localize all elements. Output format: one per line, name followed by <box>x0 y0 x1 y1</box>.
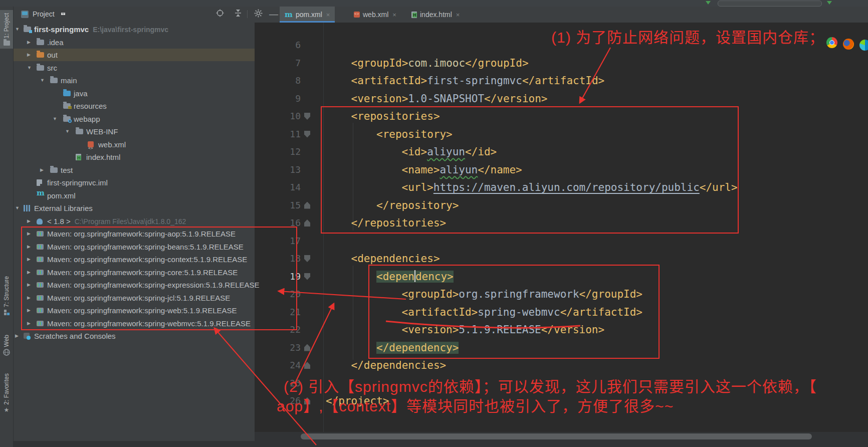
tree-item-label: Maven: org.springframework:spring-jcl:5.… <box>47 292 230 304</box>
fold-end-icon[interactable] <box>304 344 310 351</box>
tree-item-pom.xml[interactable]: pom.xml <box>13 189 255 202</box>
project-panel-title[interactable]: Project <box>33 10 55 18</box>
tree-item-maven-org.springframework-spring-web-5.1.9.release[interactable]: ▶Maven: org.springframework:spring-web:5… <box>13 304 255 317</box>
chevron-collapsed-icon[interactable]: ▶ <box>27 304 31 317</box>
folder-out-icon <box>37 52 44 58</box>
tab-index-html[interactable]: index.html × <box>406 7 465 23</box>
tree-item-maven-org.springframework-spring-jcl-5.1.9.release[interactable]: ▶Maven: org.springframework:spring-jcl:5… <box>13 292 255 304</box>
tree-item-web.xml[interactable]: web.xml <box>13 138 255 151</box>
chevron-collapsed-icon[interactable]: ▶ <box>27 266 31 279</box>
tab-label: pom.xml <box>296 11 322 19</box>
chevron-collapsed-icon[interactable]: ▶ <box>15 330 19 342</box>
chevron-collapsed-icon[interactable]: ▶ <box>27 292 31 304</box>
tree-item-maven-org.springframework-spring-context-5.1.9.release[interactable]: ▶Maven: org.springframework:spring-conte… <box>13 253 255 266</box>
folder-java-icon <box>63 91 71 96</box>
tree-item-maven-org.springframework-spring-core-5.1.9.release[interactable]: ▶Maven: org.springframework:spring-core:… <box>13 266 255 279</box>
code-segment-tag: <repositories> <box>351 110 440 122</box>
favorites-star-icon: ★ <box>4 407 10 413</box>
code-segment-tag: </name> <box>478 164 522 176</box>
tree-item-first-springmvc.iml[interactable]: first-springmvc.iml <box>13 176 255 189</box>
stripe-project-button[interactable]: 1: Project <box>0 10 13 49</box>
code-segment-val: 5.1.9.RELEASE <box>459 324 541 336</box>
fold-end-icon[interactable] <box>304 362 310 369</box>
horizontal-scrollbar-thumb[interactable] <box>301 433 812 439</box>
chevron-expanded-icon[interactable]: ▼ <box>53 113 57 125</box>
chevron-expanded-icon[interactable]: ▼ <box>27 62 32 74</box>
chevron-down-icon[interactable] <box>61 13 65 15</box>
hide-panel-icon[interactable]: — <box>269 9 279 19</box>
toolbar-search-field[interactable] <box>718 1 822 7</box>
tree-item-resources[interactable]: resources <box>13 100 255 112</box>
fold-start-icon[interactable] <box>304 255 310 262</box>
tab-label: index.html <box>420 11 452 19</box>
line-number: 13 <box>266 161 301 179</box>
chevron-collapsed-icon[interactable]: ▶ <box>27 49 31 61</box>
chevron-collapsed-icon[interactable]: ▶ <box>27 253 31 266</box>
fold-start-icon[interactable] <box>304 273 310 280</box>
line-number: 19 <box>266 268 301 286</box>
run-dropdown-icon[interactable] <box>706 1 711 5</box>
line-number: 16 <box>266 214 301 232</box>
chevron-collapsed-icon[interactable]: ▶ <box>27 36 31 49</box>
folder-res-icon <box>63 103 71 109</box>
tree-item-maven-org.springframework-spring-aop-5.1.9.release[interactable]: ▶Maven: org.springframework:spring-aop:5… <box>13 228 255 240</box>
tree-item-maven-org.springframework-spring-beans-5.1.9.release[interactable]: ▶Maven: org.springframework:spring-beans… <box>13 241 255 253</box>
chevron-expanded-icon[interactable]: ▼ <box>15 202 20 214</box>
tree-item-src[interactable]: ▼src <box>13 62 255 74</box>
tree-item-index.html[interactable]: index.html <box>13 151 255 163</box>
tree-item-test[interactable]: ▶test <box>13 164 255 176</box>
html-file-icon <box>411 12 417 18</box>
chevron-expanded-icon[interactable]: ▼ <box>15 23 20 36</box>
fold-end-icon[interactable] <box>304 202 310 209</box>
chevron-collapsed-icon[interactable]: ▶ <box>27 228 31 240</box>
tree-item-java[interactable]: java <box>13 87 255 100</box>
folder-icon <box>50 167 58 173</box>
top-toolbar-strip <box>0 0 868 7</box>
chevron-collapsed-icon[interactable]: ▶ <box>27 279 31 291</box>
collapse-all-icon[interactable] <box>233 9 243 19</box>
tree-item-first-springmvc[interactable]: ▼first-springmvcE:\java\first-springmvc <box>13 23 255 36</box>
tree-item-external-libraries[interactable]: ▼External Libraries <box>13 202 255 214</box>
tree-item-web-inf[interactable]: ▼WEB-INF <box>13 125 255 138</box>
tab-pom-xml[interactable]: m pom.xml × <box>280 7 335 23</box>
folder-project-icon <box>24 27 31 32</box>
close-icon[interactable]: × <box>392 11 396 19</box>
tree-item-out[interactable]: ▶out <box>13 49 255 61</box>
code-segment-warn: aliyun <box>427 146 465 158</box>
fold-end-icon[interactable] <box>304 219 310 227</box>
tree-item-main[interactable]: ▼main <box>13 74 255 87</box>
chrome-browser-icon[interactable] <box>826 37 837 48</box>
settings-gear-icon[interactable] <box>253 9 263 19</box>
stripe-structure-label: 7: Structure <box>3 276 10 307</box>
tree-item-webapp[interactable]: ▼webapp <box>13 113 255 125</box>
tree-item-scratches-and-consoles[interactable]: ▶Scratches and Consoles <box>13 330 255 342</box>
firefox-browser-icon[interactable] <box>843 39 854 50</box>
code-text: <groupId>org.springframework</groupId> <box>402 285 642 303</box>
chevron-expanded-icon[interactable]: ▼ <box>40 74 45 87</box>
line-number: 12 <box>266 143 301 161</box>
code-segment-tag: <dependencies> <box>351 253 440 265</box>
tree-item-<-1.8->[interactable]: ▶< 1.8 >C:\Program Files\Java\jdk1.8.0_1… <box>13 215 255 228</box>
tree-item-maven-org.springframework-spring-expression-5.1.9.release[interactable]: ▶Maven: org.springframework:spring-expre… <box>13 279 255 291</box>
chevron-collapsed-icon[interactable]: ▶ <box>27 317 31 330</box>
tab-web-xml[interactable]: web.xml × <box>349 7 401 23</box>
stripe-web-button[interactable]: Web <box>0 335 13 356</box>
fold-start-icon[interactable] <box>304 131 310 138</box>
chevron-collapsed-icon[interactable]: ▶ <box>27 241 31 253</box>
run-dropdown-icon[interactable] <box>827 1 832 5</box>
stripe-structure-button[interactable]: 7: Structure <box>0 276 13 316</box>
close-icon[interactable]: × <box>326 11 330 19</box>
fold-start-icon[interactable] <box>304 113 310 120</box>
tree-item-label: WEB-INF <box>86 125 118 138</box>
locate-icon[interactable] <box>215 9 225 19</box>
tree-item-label: test <box>61 164 73 176</box>
code-segment-val: spring-webmvc <box>478 306 560 318</box>
close-icon[interactable]: × <box>456 11 460 19</box>
edge-browser-icon[interactable] <box>859 40 868 51</box>
chevron-collapsed-icon[interactable]: ▶ <box>27 215 31 228</box>
stripe-favorites-button[interactable]: 2: Favorites ★ <box>0 373 13 413</box>
chevron-expanded-icon[interactable]: ▼ <box>65 125 70 138</box>
tree-item-maven-org.springframework-spring-webmvc-5.1.9.release[interactable]: ▶Maven: org.springframework:spring-webmv… <box>13 317 255 330</box>
chevron-collapsed-icon[interactable]: ▶ <box>40 164 44 176</box>
tree-item-.idea[interactable]: ▶.idea <box>13 36 255 49</box>
